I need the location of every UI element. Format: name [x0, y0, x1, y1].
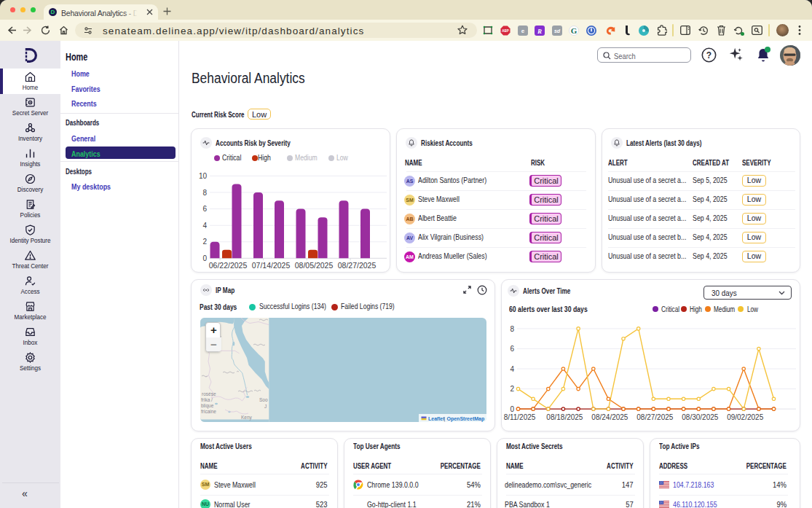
svg-text:10: 10 — [199, 172, 208, 180]
svg-text:2: 2 — [510, 385, 514, 393]
svg-text:07/14/2025: 07/14/2025 — [252, 261, 291, 270]
svg-text:08/18/2025: 08/18/2025 — [546, 413, 583, 421]
svg-text:OpenStreetMap: OpenStreetMap — [447, 416, 485, 422]
svg-text:08/27/2025: 08/27/2025 — [338, 261, 377, 270]
svg-text:06/22/2025: 06/22/2025 — [209, 261, 248, 270]
svg-text:4: 4 — [202, 222, 207, 230]
svg-text:0: 0 — [202, 254, 207, 262]
svg-text:rosése: rosése — [202, 391, 216, 396]
svg-text:6: 6 — [510, 345, 514, 353]
svg-text:sd: sd — [554, 28, 561, 34]
svg-text:e: e — [521, 28, 525, 34]
svg-text:09/02/2025: 09/02/2025 — [727, 413, 763, 421]
svg-text:G: G — [571, 26, 578, 35]
svg-text:0: 0 — [510, 405, 514, 413]
svg-text:?: ? — [706, 50, 712, 60]
svg-text:4: 4 — [510, 365, 514, 373]
svg-text:Leaflet: Leaflet — [428, 416, 445, 421]
svg-text:ABP: ABP — [502, 29, 509, 33]
svg-text:08/27/2025: 08/27/2025 — [636, 413, 673, 421]
svg-text:8: 8 — [202, 189, 207, 197]
svg-text:R: R — [537, 28, 542, 35]
svg-text:08/24/2025: 08/24/2025 — [591, 413, 628, 421]
svg-text:Keny: Keny — [241, 415, 253, 421]
svg-text:8: 8 — [510, 325, 514, 333]
svg-text:8/11/2025: 8/11/2025 — [504, 413, 536, 421]
svg-text:fricaine: fricaine — [201, 409, 216, 414]
svg-text:08/05/2025: 08/05/2025 — [295, 261, 334, 270]
svg-text:6: 6 — [202, 205, 207, 213]
svg-text:blique: blique — [201, 403, 214, 409]
svg-text:|: | — [444, 416, 446, 422]
svg-text:J: J — [264, 404, 267, 409]
svg-text:2: 2 — [202, 238, 207, 246]
svg-text:frika /: frika / — [201, 397, 213, 402]
svg-text:Soo: Soo — [259, 397, 268, 402]
svg-text:08/30/2025: 08/30/2025 — [682, 413, 718, 421]
